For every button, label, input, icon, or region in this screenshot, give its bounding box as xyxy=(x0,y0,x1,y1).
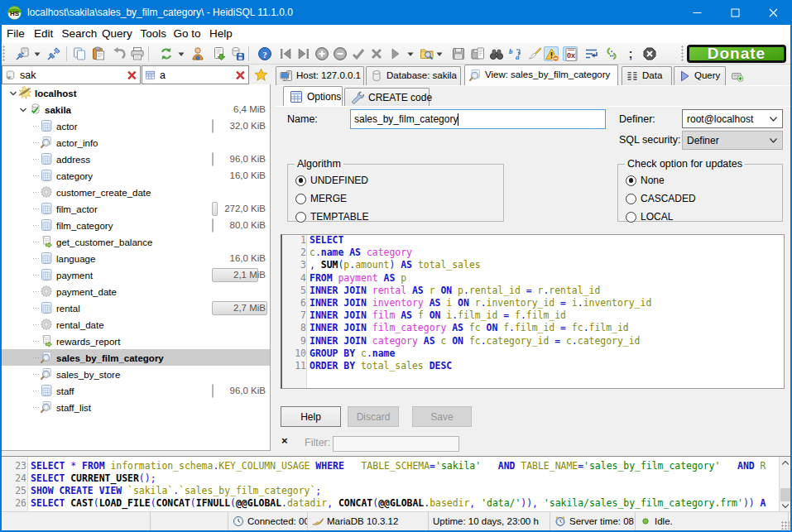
brush-icon[interactable] xyxy=(527,46,542,61)
table-filter[interactable]: a xyxy=(142,65,249,84)
dropdown-arrow-icon[interactable] xyxy=(34,46,41,61)
titlebar[interactable]: HS localhost\sakila\sales_by_film_catego… xyxy=(0,0,792,25)
tree-item-sakila[interactable]: sakila6,4 MiB xyxy=(2,101,270,117)
warning-toggle-icon[interactable] xyxy=(544,46,559,61)
tree-item-rental_date[interactable]: rental_date xyxy=(2,316,270,333)
paste-icon[interactable] xyxy=(91,46,106,61)
radio-cascaded[interactable]: CASCADED xyxy=(626,193,696,204)
favorites-star-icon[interactable] xyxy=(251,65,271,84)
tree-item-film_actor[interactable]: film_actor272,0 KiB xyxy=(2,200,270,217)
radio-merge[interactable]: MERGE xyxy=(295,193,347,204)
log-scrollbar[interactable] xyxy=(779,457,790,511)
tree-item-language[interactable]: language16,0 KiB xyxy=(2,250,270,266)
menu-query[interactable]: Query xyxy=(102,25,132,43)
tree-item-payment[interactable]: payment2,1 MiB xyxy=(2,266,270,283)
radio-undefined[interactable]: UNDEFINED xyxy=(295,175,368,186)
tree-item-rewards_report[interactable]: rewards_report xyxy=(2,333,270,349)
dropdown-arrow-icon[interactable] xyxy=(407,46,414,61)
clear-table-filter-icon[interactable] xyxy=(234,69,246,81)
user-manager-icon[interactable] xyxy=(190,46,205,61)
toolbar-grip-2[interactable] xyxy=(681,46,684,62)
menu-tools[interactable]: Tools xyxy=(141,25,167,43)
save-button[interactable]: Save xyxy=(412,406,472,427)
save-database-icon[interactable] xyxy=(230,46,245,61)
plus-circle-icon[interactable] xyxy=(314,46,329,61)
next-arrow-icon[interactable] xyxy=(388,46,403,61)
binoculars-icon[interactable] xyxy=(489,46,504,61)
semicolon-icon[interactable]: ; xyxy=(623,46,638,61)
chevron-expanded-icon[interactable] xyxy=(9,89,17,97)
tab-data[interactable]: Data xyxy=(622,66,672,85)
view-name-input[interactable]: sales_by_film_category xyxy=(350,109,606,129)
save-as-icon[interactable] xyxy=(470,46,485,61)
subtab-options[interactable]: Options xyxy=(283,86,343,106)
radio-local[interactable]: LOCAL xyxy=(626,211,673,223)
tree-item-rental[interactable]: rental2,7 MiB xyxy=(2,300,270,316)
tree-item-sales_by_film_category[interactable]: sales_by_film_category xyxy=(2,349,270,366)
minimize-button[interactable] xyxy=(678,0,716,25)
tree-item-payment_date[interactable]: payment_date xyxy=(2,283,270,300)
database-tree[interactable]: localhostsakila6,4 MiBactor32,0 KiBactor… xyxy=(2,84,271,451)
tree-item-address[interactable]: address96,0 KiB xyxy=(2,151,270,167)
maximize-button[interactable] xyxy=(716,0,754,25)
tree-item-sales_by_store[interactable]: sales_by_store xyxy=(2,366,270,382)
tree-item-category[interactable]: category16,0 KiB xyxy=(2,167,270,184)
tab-database-sakila[interactable]: Database: sakila xyxy=(366,66,461,85)
tree-item-staff_list[interactable]: staff_list xyxy=(2,399,270,415)
tree-item-customer_create_date[interactable]: customer_create_date xyxy=(2,184,270,200)
subtab-create-code[interactable]: CREATE code xyxy=(344,88,430,106)
skip-last-icon[interactable] xyxy=(296,46,311,61)
print-icon[interactable] xyxy=(130,46,145,61)
tree-item-film_category[interactable]: film_category80,0 KiB xyxy=(2,217,270,233)
undo-icon[interactable] xyxy=(111,46,126,61)
radio-temptable[interactable]: TEMPTABLE xyxy=(295,211,368,223)
donate-button[interactable]: Donate xyxy=(687,45,786,63)
tree-item-localhost[interactable]: localhost xyxy=(2,84,270,101)
tree-item-get_customer_balance[interactable]: get_customer_balance xyxy=(2,233,270,250)
copy-icon[interactable] xyxy=(72,46,87,61)
tree-item-staff[interactable]: staff96,0 KiB xyxy=(2,382,270,399)
cross-icon[interactable] xyxy=(369,46,384,61)
discard-button[interactable]: Discard xyxy=(348,406,399,427)
help-button[interactable]: Help xyxy=(281,406,341,427)
replace-icon[interactable]: ba xyxy=(508,46,523,61)
close-button[interactable] xyxy=(754,0,792,25)
sql-log-panel[interactable]: 23SELECT * FROM information_schema.KEY_C… xyxy=(2,456,790,511)
menu-search[interactable]: Search xyxy=(62,25,98,43)
export-icon[interactable] xyxy=(212,46,227,61)
scroll-down-icon[interactable] xyxy=(780,500,790,511)
sql-editor[interactable]: 1SELECT2c.name AS category3, SUM(p.amoun… xyxy=(281,234,785,389)
menu-edit[interactable]: Edit xyxy=(34,25,53,43)
save-icon[interactable] xyxy=(451,46,466,61)
check-icon[interactable] xyxy=(351,46,366,61)
dropdown-arrow-icon[interactable] xyxy=(178,46,185,61)
dropdown-arrow-icon[interactable] xyxy=(436,46,443,61)
menu-help[interactable]: Help xyxy=(209,25,233,43)
help-icon[interactable]: ? xyxy=(257,46,272,61)
filter-input[interactable] xyxy=(333,436,459,452)
close-filter-icon[interactable]: × xyxy=(281,434,288,447)
folder-find-icon[interactable] xyxy=(420,46,434,61)
tab-host-127-0-0-1[interactable]: Host: 127.0.0.1 xyxy=(276,66,364,85)
sql-security-combobox[interactable]: Definer xyxy=(682,131,783,150)
minus-circle-icon[interactable] xyxy=(333,46,348,61)
menu-go-to[interactable]: Go to xyxy=(174,25,201,43)
scroll-up-icon[interactable] xyxy=(780,457,790,468)
hooks-icon[interactable] xyxy=(604,46,619,61)
chevron-expanded-icon[interactable] xyxy=(19,105,27,113)
tab-new-query[interactable] xyxy=(727,66,749,85)
clear-session-filter-icon[interactable] xyxy=(126,69,137,81)
toolbar-grip[interactable] xyxy=(2,46,5,62)
disconnect-icon[interactable] xyxy=(46,46,61,61)
connect-icon[interactable] xyxy=(15,46,30,61)
skip-first-icon[interactable] xyxy=(278,46,293,61)
radio-none[interactable]: None xyxy=(626,175,665,186)
tab-view-sales-by-film-category[interactable]: View: sales_by_film_category xyxy=(464,65,618,85)
tab-query[interactable]: Query xyxy=(674,66,726,85)
session-filter[interactable]: sak xyxy=(2,65,141,84)
definer-combobox[interactable]: root@localhost xyxy=(682,109,783,128)
menu-file[interactable]: File xyxy=(7,25,25,43)
wrap-icon[interactable] xyxy=(584,46,599,61)
hex-toggle-icon[interactable]: 0x xyxy=(563,46,578,61)
tree-item-actor_info[interactable]: actor_info xyxy=(2,134,270,151)
